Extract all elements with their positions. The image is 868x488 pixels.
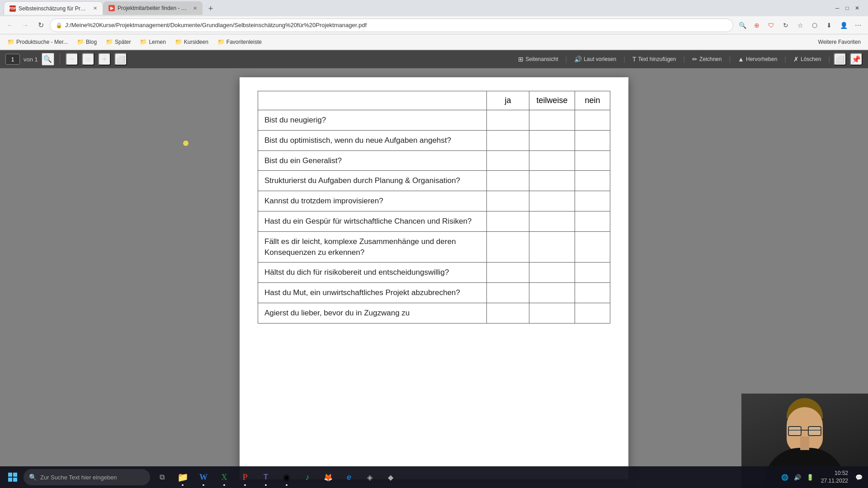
edge-icon: e xyxy=(347,473,351,482)
table-row: Bist du ein Generalist? xyxy=(258,150,610,171)
adblock-icon[interactable]: 🛡 xyxy=(765,19,778,32)
settings-icon[interactable]: ⋯ xyxy=(852,19,864,32)
taskbar-apps: ⧉ 📁 W X P T ◉ xyxy=(152,467,401,487)
tab-1-close[interactable]: ✕ xyxy=(93,5,97,11)
pdf-search-button[interactable]: 🔍 xyxy=(42,53,54,66)
refresh2-icon[interactable]: ↻ xyxy=(779,19,792,32)
teams-icon: T xyxy=(264,473,268,481)
check-ja-6 xyxy=(487,211,529,231)
bookmark-produktsuche-label: Produktsuche - Mer... xyxy=(16,39,68,45)
question-5: Kannst du trotzdem improvisieren? xyxy=(258,191,487,211)
network-icon[interactable]: 🌐 xyxy=(779,472,790,483)
battery-icon[interactable]: 🔋 xyxy=(805,472,816,483)
bookmark-produktsuche[interactable]: 📁 Produktsuche - Mer... xyxy=(4,37,71,47)
address-bar[interactable]: 🔒 J:/Meine%20Kurse/Projektmanagement/Dok… xyxy=(50,19,733,32)
check-ja-8 xyxy=(487,263,529,283)
taskbar-time[interactable]: 10:52 27.11.2022 xyxy=(817,468,852,487)
ppt-icon: P xyxy=(243,473,248,482)
notification-icon[interactable]: 💬 xyxy=(854,472,864,483)
pdf-page-total: von 1 xyxy=(24,56,38,63)
pdf-page-input[interactable] xyxy=(5,54,20,65)
collections-icon[interactable]: ⬡ xyxy=(808,19,821,32)
zoom-icon[interactable]: 🔍 xyxy=(736,19,749,32)
bookmark-spaeter[interactable]: 📁 Später xyxy=(102,37,134,47)
seitenansicht-label: Seitenansicht xyxy=(525,56,558,62)
taskbar-app-misc1[interactable]: ◈ xyxy=(360,467,380,487)
forward-button[interactable]: → xyxy=(19,19,32,32)
check-teilweise-1 xyxy=(529,110,575,131)
start-button[interactable] xyxy=(4,468,22,486)
table-header-teilweise: teilweise xyxy=(529,91,575,110)
taskbar-app-explorer[interactable]: 📁 xyxy=(173,467,193,487)
pdf-viewer[interactable]: ja teilweise nein Bist du neugierig? Bis… xyxy=(0,68,868,488)
check-ja-3 xyxy=(487,150,529,171)
zeichnen-icon: ✏ xyxy=(692,56,698,63)
table-row: Bist du optimistisch, wenn du neue Aufga… xyxy=(258,130,610,150)
tab-2-close[interactable]: ✕ xyxy=(193,5,197,11)
bookmark-blog[interactable]: 📁 Blog xyxy=(73,37,100,47)
profile-icon[interactable]: ⊕ xyxy=(750,19,763,32)
hervorheben-label: Hervorheben xyxy=(746,56,777,62)
taskbar-app-chrome[interactable]: ◉ xyxy=(277,467,297,487)
bookmark-lernen[interactable]: 📁 Lernen xyxy=(136,37,169,47)
pdf-expand-button[interactable]: ⬜ xyxy=(834,53,846,66)
bookmark-kursideen[interactable]: 📁 Kursideen xyxy=(171,37,212,47)
word-icon: W xyxy=(199,473,208,482)
new-tab-button[interactable]: + xyxy=(204,2,217,15)
tab-2[interactable]: ▶ Projektmitarbeiter finden - was ... ✕ xyxy=(103,1,203,15)
tab-2-title: Projektmitarbeiter finden - was ... xyxy=(118,5,189,11)
question-7: Fällt es dir leicht, komplexe Zusammenhä… xyxy=(258,231,487,263)
pdf-tool-zeichnen[interactable]: ✏ Zeichnen xyxy=(689,54,725,65)
pdf-zoom-reset[interactable]: ○ xyxy=(82,53,94,66)
pdf-tool-hervorheben[interactable]: ▲ Hervorheben xyxy=(734,54,781,65)
taskbar-app-teams[interactable]: T xyxy=(256,467,276,487)
excel-indicator xyxy=(223,484,225,486)
loeschen-icon: ✗ xyxy=(793,56,799,63)
check-nein-1 xyxy=(575,110,610,131)
star-icon[interactable]: ☆ xyxy=(794,19,807,32)
check-teilweise-7 xyxy=(529,231,575,263)
maximize-button[interactable]: □ xyxy=(844,5,851,12)
title-bar: PDF Selbsteinschätzung für Projektm... ✕… xyxy=(0,0,868,16)
taskbar-search[interactable]: 🔍 Zur Suche Text hier eingeben xyxy=(24,469,150,485)
bookmark-favoritenleiste[interactable]: 📁 Favoritenleiste xyxy=(214,37,265,47)
check-teilweise-3 xyxy=(529,150,575,171)
taskbar-app-word[interactable]: W xyxy=(193,467,213,487)
weitere-favoriten[interactable]: Weitere Favoriten xyxy=(815,37,864,47)
refresh-button[interactable]: ↻ xyxy=(34,19,47,32)
firefox-icon: 🦊 xyxy=(324,473,333,482)
check-nein-7 xyxy=(575,231,610,263)
minimize-button[interactable]: ─ xyxy=(834,5,841,12)
tab-1[interactable]: PDF Selbsteinschätzung für Projektm... ✕ xyxy=(4,1,103,15)
taskbar-app-firefox[interactable]: 🦊 xyxy=(318,467,338,487)
check-teilweise-5 xyxy=(529,191,575,211)
bookmark-favoritenleiste-label: Favoritenleiste xyxy=(226,39,262,45)
check-ja-5 xyxy=(487,191,529,211)
pdf-toolbar: von 1 🔍 − ○ + ⬜ ⊞ Seitenansicht | 🔊 Laut… xyxy=(0,50,868,68)
text-label: Text hinzufügen xyxy=(638,56,676,62)
pdf-tool-loeschen[interactable]: ✗ Löschen xyxy=(790,54,825,65)
back-button[interactable]: ← xyxy=(4,19,16,32)
taskbar-app-spotify[interactable]: ♪ xyxy=(297,467,317,487)
table-row: Hast du ein Gespür für wirtschaftliche C… xyxy=(258,211,610,231)
question-10: Agierst du lieber, bevor du in Zugzwang … xyxy=(258,303,487,323)
pdf-zoom-plus[interactable]: + xyxy=(98,53,111,66)
pdf-tool-text[interactable]: T Text hinzufügen xyxy=(629,54,680,65)
pdf-tool-seitenansicht[interactable]: ⊞ Seitenansicht xyxy=(514,54,561,65)
taskbar-app-ppt[interactable]: P xyxy=(235,467,255,487)
taskbar-app-misc2[interactable]: ◆ xyxy=(381,467,401,487)
download-icon[interactable]: ⬇ xyxy=(823,19,835,32)
taskbar-app-edge[interactable]: e xyxy=(339,467,359,487)
pdf-tool-vorlesen[interactable]: 🔊 Laut vorlesen xyxy=(571,54,620,65)
pdf-pin-button[interactable]: 📌 xyxy=(850,53,863,66)
assessment-table: ja teilweise nein Bist du neugierig? Bis… xyxy=(258,91,610,324)
taskbar-app-excel[interactable]: X xyxy=(214,467,234,487)
user-icon[interactable]: 👤 xyxy=(837,19,850,32)
zeichnen-label: Zeichnen xyxy=(699,56,722,62)
taskbar-app-taskview[interactable]: ⧉ xyxy=(152,467,172,487)
pdf-zoom-minus[interactable]: − xyxy=(66,53,78,66)
pdf-fit-page[interactable]: ⬜ xyxy=(114,53,127,66)
volume-icon[interactable]: 🔊 xyxy=(792,472,803,483)
check-nein-3 xyxy=(575,150,610,171)
close-button[interactable]: ✕ xyxy=(854,5,861,12)
